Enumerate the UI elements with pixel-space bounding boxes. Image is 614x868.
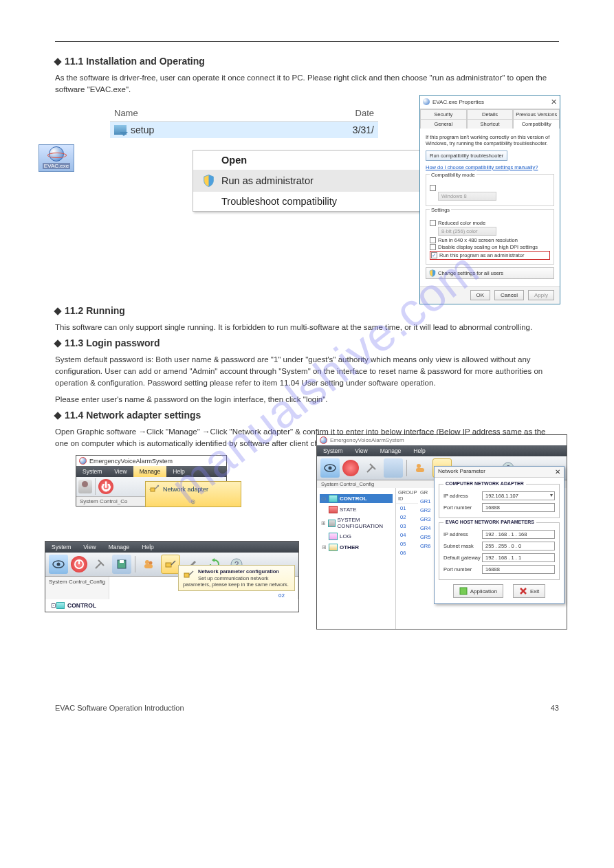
cancel-button[interactable]: Cancel: [494, 290, 524, 300]
svg-rect-12: [166, 563, 171, 567]
file-row-setup[interactable]: setup 3/31/: [110, 122, 378, 138]
installer-icon: [114, 125, 127, 135]
apply-button[interactable]: Apply: [528, 290, 554, 300]
menu-help[interactable]: Help: [135, 542, 160, 553]
group-id-02[interactable]: 02: [265, 592, 298, 599]
dropdown-network-adapter[interactable]: Network adapter: [146, 482, 241, 497]
checkbox-disable-dpi[interactable]: [430, 244, 436, 250]
menu-view[interactable]: View: [77, 542, 102, 553]
gr-1[interactable]: GR1: [418, 497, 432, 506]
evac-desktop-icon[interactable]: EVAC.exe: [39, 144, 74, 172]
ctx-troubleshoot[interactable]: Troubleshoot compatibility: [193, 192, 432, 211]
gid-01[interactable]: 01: [396, 504, 418, 513]
menu-view[interactable]: View: [108, 466, 133, 477]
menu-system[interactable]: System: [45, 542, 77, 553]
host-ip-input[interactable]: 192 . 168 . 1 . 168: [482, 530, 555, 539]
tab-details[interactable]: Details: [467, 109, 514, 119]
ok-button[interactable]: OK: [470, 290, 491, 300]
tools-icon[interactable]: [90, 555, 109, 574]
compat-help-link[interactable]: How do I choose compatibility settings m…: [426, 164, 554, 171]
tab-shortcut[interactable]: Shortcut: [467, 119, 514, 129]
compat-intro: If this program isn't working correctly …: [426, 134, 554, 148]
power-icon[interactable]: [71, 556, 87, 572]
view-icon[interactable]: [320, 458, 340, 478]
users-icon[interactable]: [410, 458, 430, 478]
group-computer-adapter: COMPUTER NETWORK ADAPTER: [443, 481, 526, 486]
gid-05[interactable]: 05: [396, 539, 418, 548]
tab-previous-versions[interactable]: Previous Versions: [513, 109, 560, 119]
port-input[interactable]: 16888: [482, 503, 555, 512]
users-icon[interactable]: [139, 555, 158, 574]
menu-help[interactable]: Help: [407, 445, 431, 456]
group-compat-mode: Compatibility mode: [430, 172, 476, 178]
save-icon[interactable]: [112, 555, 131, 574]
tab-compatibility[interactable]: Compatibility: [513, 119, 560, 129]
checkbox-640x480[interactable]: [430, 237, 436, 243]
power-icon[interactable]: [342, 460, 359, 476]
save-icon[interactable]: [384, 458, 403, 478]
gid-04[interactable]: 04: [396, 531, 418, 539]
host-port-input[interactable]: 16888: [482, 565, 555, 574]
menu-view[interactable]: View: [349, 445, 373, 456]
gateway-input[interactable]: 192 . 168 . 1 . 1: [482, 553, 555, 562]
network-plug-icon: [183, 568, 195, 581]
gr-6[interactable]: GR6: [418, 542, 432, 550]
gr-3[interactable]: GR3: [418, 515, 432, 524]
tree-log[interactable]: LOG: [320, 532, 393, 541]
gid-03[interactable]: 03: [396, 522, 418, 531]
tree-state[interactable]: STATE: [320, 505, 393, 514]
monitor-icon: [56, 602, 65, 609]
gr-5[interactable]: GR5: [418, 533, 432, 542]
checkbox-run-as-admin[interactable]: [431, 252, 437, 258]
tree-other[interactable]: ⊞OTHER: [320, 543, 393, 552]
view-icon[interactable]: [49, 555, 68, 574]
gr-4[interactable]: GR4: [418, 524, 432, 533]
gid-06[interactable]: 06: [396, 548, 418, 557]
power-icon[interactable]: ⏻: [98, 479, 113, 494]
gateway-label: Default gateway: [443, 555, 482, 561]
tools-icon[interactable]: [362, 458, 381, 478]
column-date[interactable]: Date: [355, 108, 374, 118]
checkbox-compat-mode[interactable]: [430, 185, 436, 191]
select-color[interactable]: 8-bit (256) color: [438, 227, 496, 236]
tab-security[interactable]: Security: [420, 109, 467, 119]
close-icon[interactable]: ✕: [551, 98, 557, 107]
select-compat-os[interactable]: Windows 8: [438, 192, 496, 201]
file-explorer: Name Date setup 3/31/ Open Run as admini…: [110, 105, 378, 138]
menu-help[interactable]: Help: [166, 466, 190, 477]
close-icon[interactable]: ✕: [555, 468, 560, 476]
checkbox-reduced-color[interactable]: [430, 220, 436, 226]
change-all-users-button[interactable]: Change settings for all users: [426, 267, 554, 279]
run-troubleshooter-button[interactable]: Run compatibility troubleshooter: [426, 151, 507, 161]
ip-label: IP address: [443, 493, 482, 499]
exit-button[interactable]: Exit: [513, 584, 545, 598]
bullet-diamond-icon: [54, 307, 61, 315]
gr-2[interactable]: GR2: [418, 506, 432, 515]
gid-02[interactable]: 02: [396, 513, 418, 522]
tree-system-config[interactable]: ⊞SYSTEM CONFIGURATION: [320, 516, 393, 530]
column-name[interactable]: Name: [114, 108, 355, 118]
tab-general[interactable]: General: [420, 119, 467, 129]
evac-app-tooltip-shot: System View Manage Help ? System Control…: [45, 541, 299, 612]
ip-select[interactable]: 192.168.1.107: [482, 491, 555, 500]
tree-node-control[interactable]: ⊡ CONTROL: [51, 602, 293, 609]
header-rule: [55, 41, 559, 42]
subnet-label: Subnet mask: [443, 543, 482, 549]
label-reduced-color: Reduced color mode: [438, 220, 485, 226]
user-icon[interactable]: [78, 480, 92, 493]
menu-manage[interactable]: Manage: [374, 445, 408, 456]
menu-system[interactable]: System: [317, 445, 349, 456]
section-11-3-title: 11.3 Login password: [55, 337, 559, 348]
evac-app-menu-shot: EmergencyVoiceAlarmSystem System View Ma…: [76, 455, 227, 507]
tree-control[interactable]: ▭CONTROL: [320, 494, 393, 503]
section-11-3-text-1: System default password is: Both user na…: [55, 354, 559, 390]
ctx-open[interactable]: Open: [193, 151, 432, 170]
menu-manage[interactable]: Manage: [102, 542, 136, 553]
menu-system[interactable]: System: [76, 466, 108, 477]
subnet-input[interactable]: 255 . 255 . 0 . 0: [482, 542, 555, 550]
file-date: 3/31/: [353, 124, 374, 135]
network-adapter-icon[interactable]: [161, 555, 180, 574]
ctx-run-as-admin[interactable]: Run as administrator: [193, 170, 432, 192]
application-button[interactable]: Application: [453, 584, 503, 598]
menu-manage[interactable]: Manage: [133, 466, 167, 477]
